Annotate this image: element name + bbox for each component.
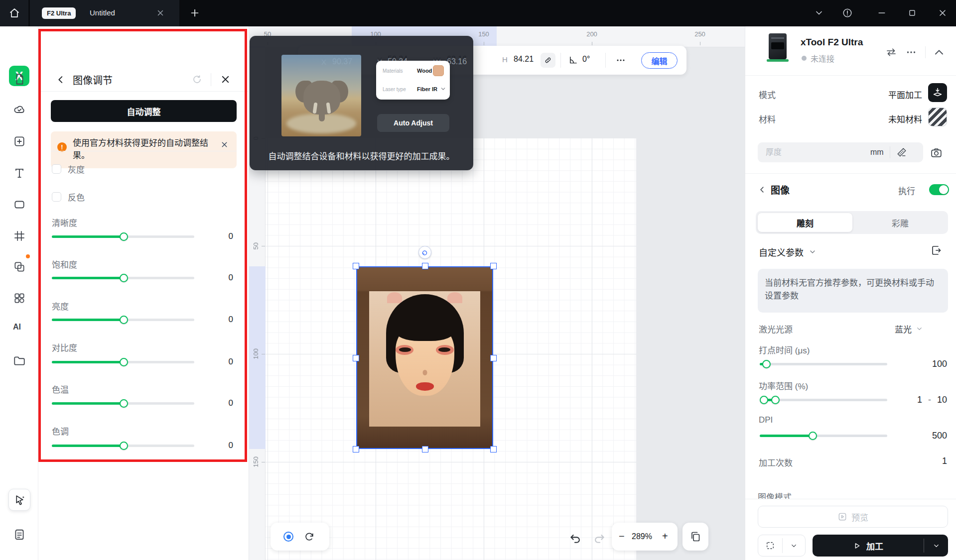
notification-icon[interactable] bbox=[842, 7, 853, 18]
sidebar-item-ai[interactable]: AI bbox=[13, 323, 21, 336]
sidebar-item-notes[interactable] bbox=[13, 528, 26, 541]
slider-handle[interactable] bbox=[120, 442, 128, 450]
sidebar-item-shapes[interactable] bbox=[13, 198, 26, 211]
measure-icon[interactable] bbox=[896, 147, 907, 158]
resize-handle-w[interactable] bbox=[353, 355, 359, 361]
zoom-out-button[interactable]: − bbox=[619, 531, 625, 542]
sidebar-item-apps[interactable] bbox=[13, 292, 26, 305]
link-dimensions-icon[interactable] bbox=[541, 53, 555, 68]
h-value[interactable]: 84.21 bbox=[514, 55, 534, 64]
maximize-button[interactable] bbox=[907, 8, 917, 18]
zoom-level[interactable]: 289% bbox=[632, 532, 652, 541]
power-min-value[interactable]: 1 bbox=[917, 395, 922, 405]
brightness-slider[interactable] bbox=[52, 319, 194, 321]
sidebar-item-file[interactable] bbox=[13, 73, 26, 86]
collapse-panel-icon[interactable] bbox=[933, 46, 945, 58]
dpi-slider[interactable] bbox=[760, 435, 887, 437]
chevron-down-icon[interactable] bbox=[783, 542, 805, 550]
temperature-slider[interactable] bbox=[52, 402, 194, 405]
switch-device-icon[interactable] bbox=[885, 46, 897, 58]
rotate-handle[interactable] bbox=[418, 246, 431, 259]
power-max-value[interactable]: 10 bbox=[937, 395, 947, 405]
mode-value[interactable]: 平面加工 bbox=[872, 88, 922, 101]
dot-time-value[interactable]: 100 bbox=[917, 359, 947, 369]
back-icon[interactable] bbox=[758, 185, 767, 194]
titlebar-dropdown-icon[interactable] bbox=[814, 8, 824, 18]
execute-toggle[interactable] bbox=[929, 184, 949, 195]
slider-handle[interactable] bbox=[120, 399, 128, 408]
selected-image[interactable] bbox=[356, 266, 493, 449]
laser-source-select[interactable]: 蓝光 bbox=[895, 323, 923, 335]
minimize-button[interactable] bbox=[877, 8, 887, 18]
tint-slider[interactable] bbox=[52, 445, 194, 447]
sidebar-item-files[interactable] bbox=[13, 354, 26, 367]
dot-time-slider[interactable] bbox=[760, 363, 887, 365]
camera-icon[interactable] bbox=[930, 146, 943, 159]
slider-handle[interactable] bbox=[120, 358, 128, 366]
invert-checkbox-row[interactable]: 反色 bbox=[52, 191, 85, 203]
custom-params-row[interactable]: 自定义参数 bbox=[759, 245, 817, 258]
resize-handle-ne[interactable] bbox=[490, 263, 497, 269]
device-more-icon[interactable] bbox=[905, 46, 917, 58]
resize-handle-sw[interactable] bbox=[353, 446, 359, 452]
close-panel-icon[interactable] bbox=[220, 74, 231, 85]
sidebar-item-boolean[interactable] bbox=[13, 260, 26, 273]
redo-button[interactable] bbox=[593, 532, 606, 545]
close-window-button[interactable] bbox=[938, 8, 948, 18]
zoom-in-button[interactable]: + bbox=[662, 531, 668, 542]
canvas-area[interactable]: 50 100 150 200 250 0 50 100 150 bbox=[249, 26, 745, 560]
resize-handle-se[interactable] bbox=[490, 446, 497, 452]
grayscale-checkbox[interactable] bbox=[52, 164, 61, 174]
flat-processing-icon[interactable] bbox=[928, 83, 947, 102]
material-value[interactable]: 未知材料 bbox=[872, 112, 922, 125]
dpi-value[interactable]: 500 bbox=[917, 431, 947, 441]
process-button[interactable]: 加工 bbox=[813, 535, 948, 557]
resize-handle-n[interactable] bbox=[422, 263, 428, 269]
unknown-material-swatch[interactable] bbox=[928, 108, 947, 126]
slider-handle[interactable] bbox=[762, 360, 771, 368]
sidebar-item-cloud-sync[interactable] bbox=[13, 103, 26, 116]
new-tab-button[interactable] bbox=[189, 7, 200, 18]
close-tab-icon[interactable] bbox=[156, 8, 165, 17]
process-options-chevron[interactable] bbox=[924, 542, 948, 550]
sidebar-item-smart-select-active[interactable] bbox=[8, 489, 30, 511]
slider-handle[interactable] bbox=[120, 274, 128, 282]
contrast-slider[interactable] bbox=[52, 361, 194, 363]
slider-handle[interactable] bbox=[120, 316, 128, 324]
undo-button[interactable] bbox=[569, 532, 582, 545]
back-icon[interactable] bbox=[55, 74, 66, 85]
angle-value[interactable]: 0° bbox=[582, 55, 590, 64]
resize-handle-s[interactable] bbox=[422, 446, 428, 452]
process-main[interactable]: 加工 bbox=[813, 540, 924, 552]
sidebar-item-insert[interactable] bbox=[13, 135, 26, 148]
resize-handle-e[interactable] bbox=[490, 355, 497, 361]
auto-adjust-button[interactable]: 自动调整 bbox=[51, 100, 237, 122]
dismiss-warning-icon[interactable] bbox=[220, 140, 229, 149]
preview-button[interactable]: 预览 bbox=[758, 506, 948, 528]
home-button[interactable] bbox=[8, 7, 20, 19]
slider-handle-max[interactable] bbox=[771, 396, 780, 404]
edit-button[interactable]: 编辑 bbox=[641, 52, 678, 69]
sidebar-item-text[interactable] bbox=[13, 167, 26, 180]
slider-handle[interactable] bbox=[120, 232, 128, 241]
sidebar-item-frame[interactable] bbox=[13, 229, 26, 242]
sharpness-slider[interactable] bbox=[52, 235, 194, 238]
laser-position-indicator[interactable] bbox=[283, 532, 293, 542]
invert-checkbox[interactable] bbox=[52, 192, 61, 202]
frame-button[interactable] bbox=[758, 535, 806, 557]
tab-color-engrave[interactable]: 彩雕 bbox=[852, 211, 948, 234]
duplicate-button[interactable] bbox=[683, 523, 708, 551]
grayscale-checkbox-row[interactable]: 灰度 bbox=[52, 163, 85, 175]
resize-handle-nw[interactable] bbox=[353, 263, 359, 269]
reset-icon[interactable] bbox=[192, 74, 202, 85]
more-options-icon[interactable] bbox=[615, 55, 626, 66]
passes-value[interactable]: 1 bbox=[917, 456, 947, 466]
thickness-input[interactable] bbox=[765, 147, 841, 157]
power-range-slider[interactable] bbox=[760, 399, 887, 401]
tab-engrave[interactable]: 雕刻 bbox=[758, 213, 852, 232]
slider-handle-min[interactable] bbox=[760, 396, 768, 404]
export-params-icon[interactable] bbox=[930, 244, 942, 256]
saturation-slider[interactable] bbox=[52, 277, 194, 279]
reset-view-button[interactable] bbox=[303, 531, 315, 543]
tab-title[interactable]: Untitled bbox=[90, 8, 115, 17]
